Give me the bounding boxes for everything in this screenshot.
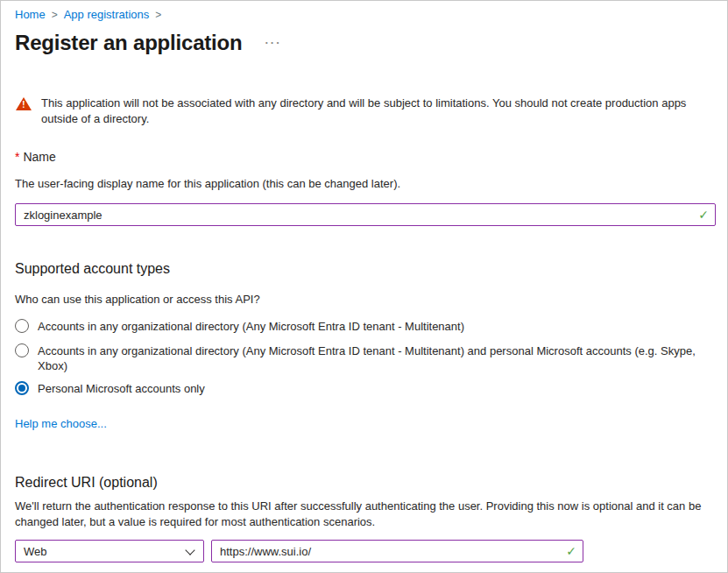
uri-input-wrap: ✓: [211, 540, 583, 562]
title-row: Register an application ···: [15, 30, 713, 56]
redirect-uri-description: We'll return the authentication response…: [15, 499, 713, 530]
radio-circle-icon[interactable]: [15, 381, 29, 395]
chevron-down-icon: [185, 545, 194, 555]
radio-option-label: Personal Microsoft accounts only: [38, 381, 205, 396]
warning-triangle-icon: !: [15, 96, 32, 112]
warning-banner: ! This application will not be associate…: [15, 96, 713, 127]
radio-circle-icon[interactable]: [15, 343, 29, 357]
breadcrumb: Home > App registrations >: [15, 8, 713, 22]
required-asterisk: *: [15, 150, 19, 164]
warning-text: This application will not be associated …: [41, 96, 713, 127]
ellipsis-menu-icon[interactable]: ···: [265, 30, 281, 56]
radio-option-label: Accounts in any organizational directory…: [38, 343, 713, 373]
breadcrumb-app-registrations-link[interactable]: App registrations: [64, 8, 150, 22]
radio-option-multitenant-personal[interactable]: Accounts in any organizational directory…: [15, 343, 713, 373]
redirect-uri-input[interactable]: [211, 540, 583, 562]
radio-option-multitenant[interactable]: Accounts in any organizational directory…: [15, 319, 713, 334]
radio-circle-icon[interactable]: [15, 319, 29, 333]
page-title: Register an application: [15, 30, 242, 56]
name-field-description: The user-facing display name for this ap…: [15, 176, 713, 191]
redirect-uri-row: Web ✓: [15, 540, 713, 562]
radio-option-label: Accounts in any organizational directory…: [38, 319, 464, 334]
account-types-radio-group: Accounts in any organizational directory…: [15, 319, 713, 396]
platform-select[interactable]: Web: [15, 540, 204, 562]
redirect-uri-heading: Redirect URI (optional): [15, 474, 713, 492]
breadcrumb-separator-icon: >: [155, 8, 161, 22]
name-label-text: Name: [23, 150, 55, 164]
radio-option-personal-only[interactable]: Personal Microsoft accounts only: [15, 381, 713, 396]
register-application-page: Home > App registrations > Register an a…: [1, 1, 727, 562]
supported-account-types-heading: Supported account types: [15, 260, 713, 278]
breadcrumb-home-link[interactable]: Home: [15, 8, 46, 22]
name-field-label: *Name: [15, 150, 713, 165]
account-types-question: Who can use this application or access t…: [15, 292, 713, 307]
name-input[interactable]: [15, 203, 716, 226]
platform-select-value: Web: [24, 545, 47, 558]
breadcrumb-separator-icon: >: [52, 8, 58, 22]
help-me-choose-link[interactable]: Help me choose...: [15, 417, 107, 431]
name-input-wrap: ✓: [15, 203, 716, 226]
